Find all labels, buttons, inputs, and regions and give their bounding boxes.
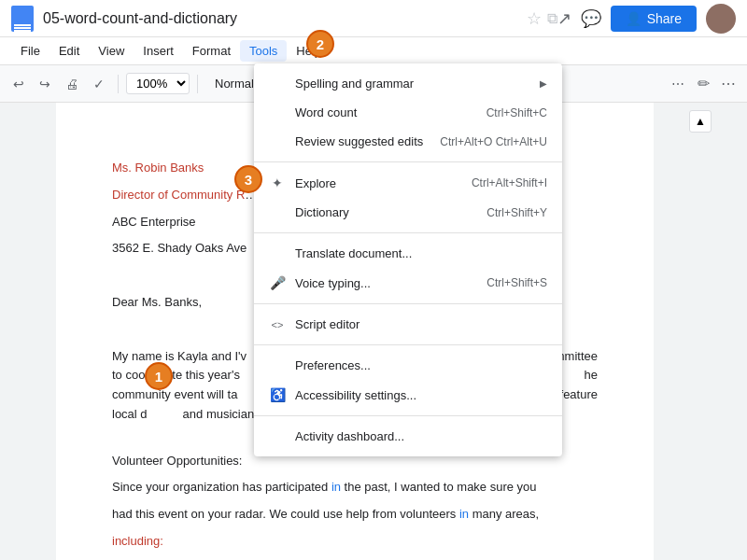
menu-item-voice[interactable]: 🎤 Voice typing... Ctrl+Shift+S — [254, 268, 562, 298]
translate-label: Translate document... — [295, 246, 412, 260]
accessibility-icon: ♿ — [269, 387, 286, 402]
dictionary-label: Dictionary — [295, 205, 349, 219]
title-bar: 05-word-count-and-dictionary ☆ ⧉ ↗ 💬 👤 S… — [0, 0, 747, 37]
undo-button[interactable]: ↩ — [7, 73, 30, 95]
volunteer-line1: Since your organization has participated… — [112, 478, 598, 497]
wordcount-label: Word count — [295, 105, 357, 119]
menu-item-translate[interactable]: Translate document... — [254, 239, 562, 268]
explore-shortcut: Ctrl+Alt+Shift+I — [472, 176, 547, 189]
review-label: Review suggested edits — [295, 134, 423, 148]
menu-item-preferences[interactable]: Preferences... — [254, 351, 562, 380]
voice-shortcut: Ctrl+Shift+S — [486, 276, 547, 289]
activity-label: Activity dashboard... — [295, 429, 404, 443]
voice-icon: 🎤 — [269, 275, 286, 290]
menu-item-activity[interactable]: Activity dashboard... — [254, 422, 562, 451]
including-label: including: — [112, 532, 598, 552]
toolbar-divider-1 — [118, 75, 119, 93]
menu-item-dictionary[interactable]: Dictionary Ctrl+Shift+Y — [254, 198, 562, 227]
menu-divider-3 — [254, 303, 562, 304]
menu-tools[interactable]: Tools — [240, 40, 287, 62]
scroll-up-button[interactable]: ▲ — [689, 110, 712, 133]
script-icon: <> — [269, 319, 286, 330]
redo-button[interactable]: ↪ — [34, 73, 56, 95]
edit-icon[interactable]: ✏ — [694, 71, 713, 96]
menu-file[interactable]: File — [11, 40, 49, 62]
menu-item-script[interactable]: <> Script editor — [254, 310, 562, 339]
badge-2: 2 — [306, 30, 334, 58]
accessibility-label: Accessibility settings... — [295, 388, 416, 402]
zoom-select[interactable]: 100% — [126, 73, 190, 94]
star-icon[interactable]: ☆ — [527, 8, 542, 29]
dictionary-shortcut: Ctrl+Shift+Y — [486, 206, 547, 219]
voice-label: Voice typing... — [295, 276, 371, 290]
print-button[interactable]: 🖨 — [60, 73, 84, 95]
menu-divider-2 — [254, 232, 562, 233]
spellcheck-button[interactable]: ✓ — [88, 73, 110, 95]
volunteer-line2: had this event on your radar. We could u… — [112, 505, 598, 525]
tools-dropdown-menu[interactable]: Spelling and grammar Word count Ctrl+Shi… — [254, 63, 562, 456]
explore-label: Explore — [295, 176, 336, 190]
menu-edit[interactable]: Edit — [49, 40, 89, 62]
menu-divider-4 — [254, 344, 562, 345]
spelling-label: Spelling and grammar — [295, 77, 414, 91]
menu-view[interactable]: View — [89, 40, 134, 62]
more-icon[interactable]: ⋯ — [717, 71, 740, 96]
menu-item-accessibility[interactable]: ♿ Accessibility settings... — [254, 380, 562, 410]
more-tools-button[interactable]: ⋯ — [666, 73, 690, 95]
chat-icon[interactable]: 💬 — [581, 8, 601, 29]
menu-divider-1 — [254, 161, 562, 162]
wordcount-shortcut: Ctrl+Shift+C — [486, 106, 547, 119]
left-margin — [0, 103, 56, 560]
menu-item-wordcount[interactable]: Word count Ctrl+Shift+C — [254, 98, 562, 127]
folder-icon[interactable]: ⧉ — [547, 10, 557, 27]
review-shortcut: Ctrl+Alt+O Ctrl+Alt+U — [440, 135, 547, 148]
script-label: Script editor — [295, 317, 359, 331]
explore-icon: ✦ — [269, 175, 286, 190]
share-button[interactable]: 👤 Share — [611, 6, 697, 32]
menu-insert[interactable]: Insert — [134, 40, 183, 62]
menu-item-explore[interactable]: ✦ Explore Ctrl+Alt+Shift+I — [254, 168, 562, 198]
preferences-label: Preferences... — [295, 358, 371, 372]
docs-logo-icon — [11, 6, 34, 32]
header-actions: ↗ 💬 👤 Share — [557, 4, 736, 34]
menu-item-spelling[interactable]: Spelling and grammar — [254, 69, 562, 98]
badge-1: 1 — [145, 362, 173, 390]
menu-bar: File Edit View Insert Format Tools Help — [0, 37, 747, 65]
right-margin: ▲ — [654, 103, 747, 560]
avatar[interactable] — [706, 4, 736, 34]
document-title[interactable]: 05-word-count-and-dictionary — [43, 10, 519, 27]
menu-item-review[interactable]: Review suggested edits Ctrl+Alt+O Ctrl+A… — [254, 127, 562, 156]
menu-divider-5 — [254, 415, 562, 416]
toolbar-divider-2 — [197, 75, 198, 93]
share-icon: 👤 — [626, 11, 641, 26]
trending-icon[interactable]: ↗ — [557, 8, 571, 29]
menu-format[interactable]: Format — [183, 40, 240, 62]
badge-3: 3 — [234, 165, 262, 193]
